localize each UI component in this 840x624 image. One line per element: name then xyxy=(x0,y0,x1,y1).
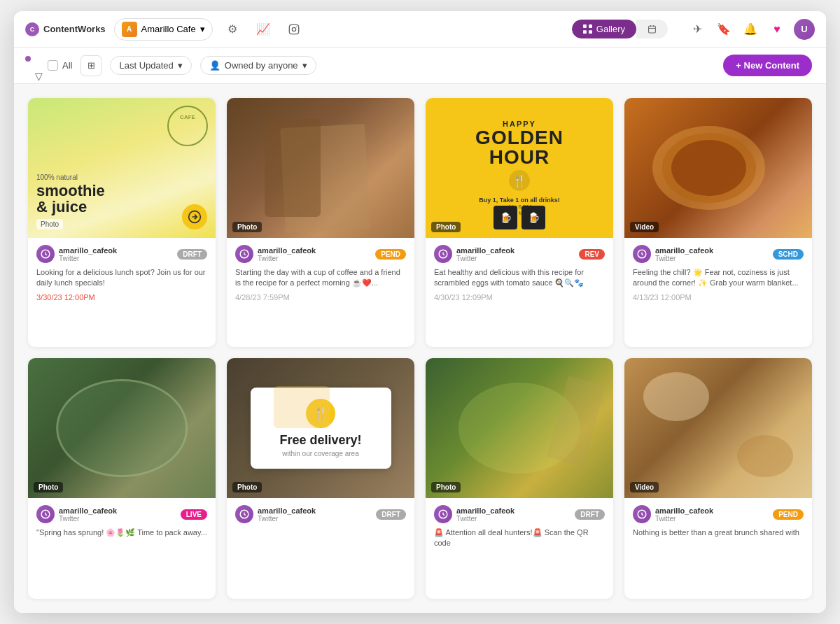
user-avatar xyxy=(434,505,452,523)
content-card[interactable]: Photo amarillo_cafeok Twitter xyxy=(28,358,216,599)
filter-icon[interactable]: ▽ xyxy=(28,66,49,87)
status-badge: DRFT xyxy=(575,509,605,520)
view-toggle: Gallery xyxy=(572,20,668,38)
card-caption: Looking for a delicious lunch spot? Join… xyxy=(36,267,207,289)
settings-icon[interactable]: ⚙ xyxy=(221,18,244,41)
card-meta-row: amarillo_cafeok Twitter REV xyxy=(434,245,605,263)
content-card[interactable]: 🍴 Free delivery! within our coverage are… xyxy=(227,358,414,599)
chevron-down-icon: ▾ xyxy=(200,24,205,34)
card-user-info: amarillo_cafeok Twitter xyxy=(258,506,316,523)
favorites-icon[interactable]: ♥ xyxy=(767,20,787,39)
svg-rect-0 xyxy=(289,24,298,34)
checkbox-box xyxy=(48,60,58,71)
content-card[interactable]: CAFE 100% natural smoothie& juice Photo xyxy=(28,98,216,347)
chart-icon[interactable]: 📈 xyxy=(252,18,274,41)
brand-selector[interactable]: A Amarillo Cafe ▾ xyxy=(114,18,213,41)
card-date: 4/30/23 12:09PM xyxy=(434,293,605,302)
user-avatar xyxy=(633,245,651,263)
card-body: amarillo_cafeok Twitter DRFT Looking for… xyxy=(28,238,216,307)
user-avatar xyxy=(235,505,253,523)
brand-avatar: A xyxy=(122,22,137,37)
svg-rect-7 xyxy=(649,26,656,33)
status-badge: REV xyxy=(579,249,605,260)
card-meta-row: amarillo_cafeok Twitter DRFT xyxy=(36,245,207,263)
card-image-container: Video xyxy=(624,98,812,238)
status-badge: PEND xyxy=(773,509,804,520)
card-body: amarillo_cafeok Twitter PEND Starting th… xyxy=(227,238,414,307)
card-username: amarillo_cafeok xyxy=(456,506,514,515)
status-badge: DRFT xyxy=(177,249,207,260)
instagram-icon[interactable] xyxy=(283,18,305,41)
content-card[interactable]: Photo amarillo_cafeok Twitter xyxy=(227,98,414,347)
user-avatar[interactable]: U xyxy=(794,19,815,40)
card-date: 4/13/23 12:00PM xyxy=(633,293,804,302)
card-username: amarillo_cafeok xyxy=(59,506,117,515)
card-user: amarillo_cafeok Twitter xyxy=(434,505,514,523)
svg-rect-5 xyxy=(583,30,587,34)
app-window: C ContentWorks A Amarillo Cafe ▾ ⚙ 📈 Gal… xyxy=(14,11,826,613)
card-user: amarillo_cafeok Twitter xyxy=(633,245,713,263)
card-image-container: CAFE 100% natural smoothie& juice Photo xyxy=(28,98,216,238)
svg-rect-6 xyxy=(589,30,592,34)
card-user-info: amarillo_cafeok Twitter xyxy=(655,246,713,262)
svg-rect-3 xyxy=(583,24,587,28)
send-icon[interactable]: ✈ xyxy=(687,20,707,39)
card-date: 4/28/23 7:59PM xyxy=(235,293,406,302)
user-avatar xyxy=(36,245,55,263)
card-username: amarillo_cafeok xyxy=(258,246,316,255)
owner-dropdown[interactable]: 👤 Owned by anyone ▾ xyxy=(200,56,316,75)
card-username: amarillo_cafeok xyxy=(655,246,713,255)
brand-name: ContentWorks xyxy=(43,24,106,34)
card-username: amarillo_cafeok xyxy=(258,506,316,515)
bookmark-icon[interactable]: 🔖 xyxy=(714,20,734,39)
gallery-area: CAFE 100% natural smoothie& juice Photo xyxy=(14,84,826,613)
svg-point-2 xyxy=(296,26,297,27)
content-card[interactable]: Photo amarillo_cafeok Twitter xyxy=(426,358,613,599)
card-username: amarillo_cafeok xyxy=(59,246,117,255)
content-card[interactable]: Video amarillo_cafeok Twitter xyxy=(624,358,812,599)
card-user: amarillo_cafeok Twitter xyxy=(235,505,316,523)
card-platform: Twitter xyxy=(258,515,316,523)
content-card[interactable]: HAPPY GOLDEN HOUR 🍴 Buy 1, Take 1 on all… xyxy=(426,98,613,347)
card-caption: Eat healthy and delicious with this reci… xyxy=(434,267,605,289)
notification-icon[interactable]: 🔔 xyxy=(741,20,760,39)
sort-dropdown[interactable]: Last Updated ▾ xyxy=(110,56,191,75)
status-badge: LIVE xyxy=(181,509,207,520)
card-caption: Starting the day with a cup of coffee an… xyxy=(235,267,406,289)
grid-layout-button[interactable]: ⊞ xyxy=(80,55,102,76)
select-all-checkbox[interactable]: All xyxy=(48,60,72,71)
card-body: amarillo_cafeok Twitter SCHD Feeling the… xyxy=(624,238,812,307)
card-user-info: amarillo_cafeok Twitter xyxy=(59,246,117,262)
card-user-info: amarillo_cafeok Twitter xyxy=(258,246,316,262)
card-platform: Twitter xyxy=(258,255,316,262)
card-user-info: amarillo_cafeok Twitter xyxy=(59,506,117,523)
user-avatar xyxy=(633,505,651,523)
gallery-label: Gallery xyxy=(596,24,625,34)
card-image-container: Photo xyxy=(227,98,414,238)
new-content-label: + New Content xyxy=(736,60,799,71)
user-avatar xyxy=(434,245,452,263)
content-card[interactable]: Video amarillo_cafeok Twitter xyxy=(624,98,812,347)
card-platform: Twitter xyxy=(456,515,514,523)
owner-label: Owned by anyone xyxy=(225,60,298,71)
card-body: amarillo_cafeok Twitter DRFT xyxy=(227,498,414,533)
user-avatar xyxy=(36,505,55,523)
card-meta-row: amarillo_cafeok Twitter PEND xyxy=(235,245,406,263)
top-nav: C ContentWorks A Amarillo Cafe ▾ ⚙ 📈 Gal… xyxy=(14,11,826,48)
calendar-view-button[interactable] xyxy=(636,20,668,38)
new-content-button[interactable]: + New Content xyxy=(723,55,812,76)
card-meta-row: amarillo_cafeok Twitter PEND xyxy=(633,505,804,523)
card-image-container: HAPPY GOLDEN HOUR 🍴 Buy 1, Take 1 on all… xyxy=(426,98,613,238)
svg-rect-4 xyxy=(589,24,592,28)
card-user: amarillo_cafeok Twitter xyxy=(633,505,713,523)
top-right-icons: ✈ 🔖 🔔 ♥ U xyxy=(687,19,815,40)
gallery-view-button[interactable]: Gallery xyxy=(572,20,636,38)
card-image-container: Video xyxy=(624,358,812,498)
card-body: amarillo_cafeok Twitter LIVE "Spring has… xyxy=(28,498,216,548)
card-meta-row: amarillo_cafeok Twitter LIVE xyxy=(36,505,207,523)
card-platform: Twitter xyxy=(655,255,713,262)
filter-dot xyxy=(25,56,31,62)
logo-icon: C xyxy=(25,22,39,36)
card-meta-row: amarillo_cafeok Twitter DRFT xyxy=(434,505,605,523)
svg-point-11 xyxy=(168,106,207,146)
